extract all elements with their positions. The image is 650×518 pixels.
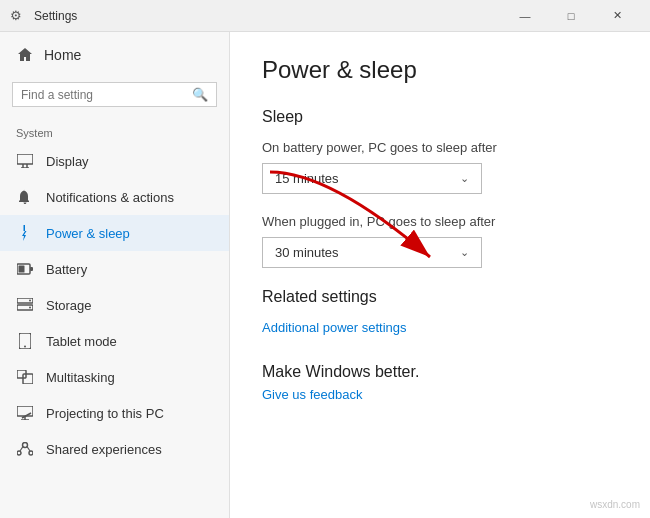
tablet-label: Tablet mode [46,334,117,349]
battery-sleep-dropdown[interactable]: 15 minutes ⌄ [262,163,482,194]
battery-sleep-value: 15 minutes [275,171,339,186]
home-label: Home [44,47,81,63]
svg-point-12 [24,346,26,348]
svg-rect-14 [23,374,33,384]
battery-label: Battery [46,262,87,277]
sidebar-home[interactable]: Home [0,32,229,78]
plugged-sleep-dropdown[interactable]: 30 minutes ⌄ [262,237,482,268]
sidebar-item-shared[interactable]: Shared experiences [0,431,229,467]
titlebar-title: Settings [34,9,502,23]
related-settings: Related settings Additional power settin… [262,288,618,343]
battery-setting-label: On battery power, PC goes to sleep after [262,140,618,155]
main-content: Power & sleep Sleep On battery power, PC… [230,32,650,518]
window-controls: — □ ✕ [502,0,640,32]
tablet-icon [16,332,34,350]
svg-rect-5 [30,267,33,271]
shared-label: Shared experiences [46,442,162,457]
power-label: Power & sleep [46,226,130,241]
sidebar-item-projecting[interactable]: Projecting to this PC [0,395,229,431]
svg-point-21 [29,451,33,455]
watermark: wsxdn.com [590,499,640,510]
plugged-sleep-value: 30 minutes [275,245,339,260]
page-title: Power & sleep [262,56,618,84]
svg-rect-0 [17,154,33,164]
feedback-link[interactable]: Give us feedback [262,387,362,402]
minimize-button[interactable]: — [502,0,548,32]
settings-icon: ⚙ [10,8,26,24]
search-box[interactable]: 🔍 [12,82,217,107]
app-container: Home 🔍 System Display [0,32,650,518]
multitasking-label: Multitasking [46,370,115,385]
plugged-setting-label: When plugged in, PC goes to sleep after [262,214,618,229]
close-button[interactable]: ✕ [594,0,640,32]
svg-line-23 [27,447,30,452]
sidebar-item-notifications[interactable]: Notifications & actions [0,179,229,215]
battery-icon [16,260,34,278]
sidebar-item-storage[interactable]: Storage [0,287,229,323]
svg-point-9 [29,300,31,302]
titlebar: ⚙ Settings — □ ✕ [0,0,650,32]
make-better-section: Make Windows better. Give us feedback [262,363,618,410]
storage-icon [16,296,34,314]
make-better-title: Make Windows better. [262,363,618,381]
projecting-label: Projecting to this PC [46,406,164,421]
svg-line-22 [20,447,23,452]
related-settings-title: Related settings [262,288,618,306]
home-icon [16,46,34,64]
battery-dropdown-arrow: ⌄ [460,172,469,185]
storage-label: Storage [46,298,92,313]
search-icon[interactable]: 🔍 [192,87,208,102]
svg-point-20 [17,451,21,455]
multitasking-icon [16,368,34,386]
svg-rect-6 [19,266,25,273]
sleep-section-title: Sleep [262,108,618,126]
sidebar-item-multitasking[interactable]: Multitasking [0,359,229,395]
power-icon [16,224,34,242]
notifications-label: Notifications & actions [46,190,174,205]
notifications-icon [16,188,34,206]
sidebar-section-label: System [0,119,229,143]
display-label: Display [46,154,89,169]
sidebar: Home 🔍 System Display [0,32,230,518]
projecting-icon [16,404,34,422]
sidebar-item-power[interactable]: Power & sleep [0,215,229,251]
search-input[interactable] [21,88,192,102]
shared-icon [16,440,34,458]
sidebar-item-display[interactable]: Display [0,143,229,179]
additional-power-settings-link[interactable]: Additional power settings [262,320,407,335]
svg-rect-15 [17,406,33,416]
maximize-button[interactable]: □ [548,0,594,32]
sidebar-item-battery[interactable]: Battery [0,251,229,287]
display-icon [16,152,34,170]
plugged-dropdown-arrow: ⌄ [460,246,469,259]
svg-point-10 [29,307,31,309]
sidebar-item-tablet[interactable]: Tablet mode [0,323,229,359]
